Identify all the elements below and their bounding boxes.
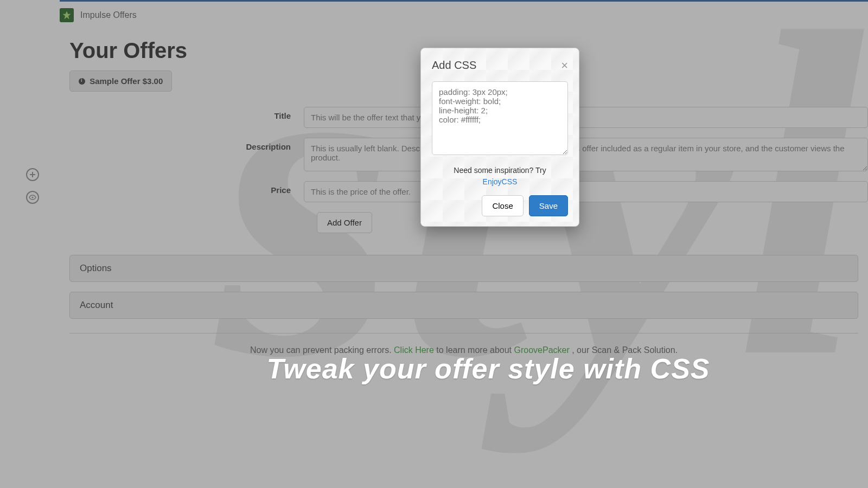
close-button[interactable]: Close bbox=[482, 195, 523, 216]
css-textarea[interactable] bbox=[432, 81, 568, 155]
save-button[interactable]: Save bbox=[529, 195, 568, 216]
enjoycss-link[interactable]: EnjoyCSS bbox=[483, 177, 518, 186]
modal-title: Add CSS bbox=[432, 59, 476, 72]
add-css-modal: Add CSS × Need some inspiration? Try Enj… bbox=[420, 48, 579, 227]
close-icon[interactable]: × bbox=[561, 60, 568, 72]
modal-help: Need some inspiration? Try EnjoyCSS bbox=[432, 165, 568, 188]
